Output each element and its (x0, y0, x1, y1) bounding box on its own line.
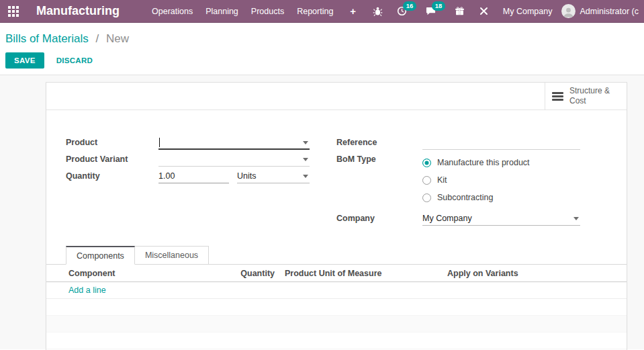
col-apply-on-variants: Apply on Variants (437, 269, 627, 278)
radio-manufacture-label: Manufacture this product (437, 158, 530, 167)
menu-products[interactable]: Products (251, 7, 284, 16)
app-title[interactable]: Manufacturing (36, 4, 120, 18)
uom-value: Units (237, 171, 256, 181)
radio-unselected-icon (422, 193, 431, 202)
empty-table-row (46, 299, 627, 316)
bom-type-label: BoM Type (336, 152, 422, 166)
text-cursor (159, 138, 160, 147)
radio-kit[interactable]: Kit (422, 171, 530, 189)
radio-subcontracting[interactable]: Subcontracting (422, 189, 530, 206)
col-component: Component (46, 269, 211, 278)
structure-cost-button[interactable]: Structure & Cost (545, 83, 627, 110)
radio-unselected-icon (422, 176, 431, 185)
menu-reporting[interactable]: Reporting (297, 7, 333, 16)
messages-chat-icon[interactable]: 18 (425, 5, 437, 17)
bom-type-radio-group: Manufacture this product Kit Subcontract… (422, 152, 530, 206)
user-menu-label[interactable]: Administrator (c (580, 7, 639, 16)
uom-select[interactable]: Units (237, 169, 310, 183)
tab-bar: Components Miscellaneous (46, 246, 627, 265)
top-navbar: Manufacturing Operations Planning Produc… (0, 0, 644, 23)
reference-input[interactable] (422, 136, 580, 150)
breadcrumb: Bills of Materials / New (5, 32, 644, 46)
col-quantity: Quantity (211, 269, 275, 278)
form-view-background: Structure & Cost Product Product Variant (0, 75, 644, 349)
tools-icon[interactable] (478, 5, 490, 17)
empty-table-row (46, 316, 627, 333)
plus-icon[interactable]: + (350, 5, 356, 17)
radio-manufacture-this-product[interactable]: Manufacture this product (422, 154, 530, 171)
tab-miscellaneous[interactable]: Miscellaneous (135, 246, 209, 265)
form-sheet: Structure & Cost Product Product Variant (46, 82, 627, 350)
activities-clock-icon[interactable]: 16 (396, 5, 408, 17)
components-table-header: Component Quantity Product Unit of Measu… (46, 265, 627, 282)
user-avatar[interactable] (561, 4, 576, 18)
product-variant-input[interactable] (158, 152, 310, 167)
product-dropdown-icon[interactable] (303, 141, 308, 144)
product-variant-dropdown-icon[interactable] (303, 158, 308, 161)
product-input[interactable] (158, 136, 310, 150)
company-dropdown-icon[interactable] (573, 217, 579, 220)
tab-components[interactable]: Components (66, 246, 135, 265)
radio-selected-icon (422, 159, 431, 167)
breadcrumb-separator: / (96, 32, 99, 45)
breadcrumb-current: New (106, 32, 129, 45)
company-select[interactable]: My Company (422, 212, 580, 226)
product-label: Product (66, 136, 158, 149)
quantity-input[interactable] (158, 169, 229, 183)
menu-operations[interactable]: Operations (152, 7, 193, 16)
radio-subcontracting-label: Subcontracting (437, 193, 493, 202)
gift-icon[interactable] (454, 5, 466, 17)
company-label: Company (336, 212, 422, 225)
notebook: Components Miscellaneous Component Quant… (46, 246, 627, 349)
company-menu[interactable]: My Company (503, 7, 553, 16)
radio-kit-label: Kit (437, 175, 447, 185)
col-product-uom: Product Unit of Measure (275, 269, 437, 278)
add-a-line-link[interactable]: Add a line (46, 282, 627, 299)
structure-cost-label: Structure & Cost (569, 86, 614, 106)
menu-planning[interactable]: Planning (205, 7, 238, 16)
reference-label: Reference (336, 136, 422, 149)
button-box: Structure & Cost (46, 83, 627, 110)
apps-menu-icon[interactable] (8, 6, 19, 17)
empty-table-row (46, 333, 627, 349)
discard-button[interactable]: DISCARD (56, 56, 93, 64)
activities-badge: 16 (403, 1, 417, 11)
control-panel: Bills of Materials / New SAVE DISCARD (0, 23, 644, 75)
uom-dropdown-icon[interactable] (303, 175, 308, 178)
breadcrumb-parent-link[interactable]: Bills of Materials (5, 32, 89, 45)
bug-icon[interactable] (372, 5, 384, 17)
quantity-label: Quantity (66, 169, 158, 183)
product-variant-label: Product Variant (66, 152, 158, 166)
company-value: My Company (422, 214, 472, 223)
save-button[interactable]: SAVE (5, 52, 44, 69)
bars-icon (552, 91, 563, 102)
messages-badge: 18 (432, 1, 446, 11)
